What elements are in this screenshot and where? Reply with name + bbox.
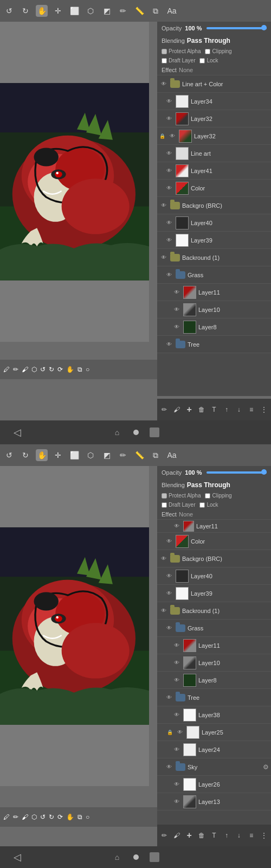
layer-group-line-art-color[interactable]: 👁 Line art + Color bbox=[157, 75, 271, 93]
lock-option[interactable]: Lock bbox=[199, 58, 218, 63]
layer-item-layer13[interactable]: 👁 Layer13 bbox=[157, 793, 271, 810]
visibility-icon[interactable]: 👁 bbox=[172, 711, 181, 719]
layer-item-layer32a[interactable]: 👁 Layer32 bbox=[157, 110, 271, 127]
visibility-icon[interactable]: 👁 bbox=[159, 554, 168, 563]
back-icon[interactable]: ◁ bbox=[11, 426, 24, 439]
hand-tool-icon[interactable]: ✋ bbox=[36, 5, 48, 17]
layer-group-grass-2[interactable]: 👁 Grass bbox=[157, 620, 271, 637]
layer-item-layer8-2[interactable]: 👁 Layer8 bbox=[157, 672, 271, 689]
pencil-icon-2[interactable]: ✏ bbox=[159, 829, 170, 841]
visibility-icon[interactable]: 👁 bbox=[165, 184, 173, 193]
layer-item-layer11[interactable]: 👁 Layer11 bbox=[157, 284, 271, 301]
brush3-icon[interactable]: 🖌 bbox=[22, 813, 28, 821]
visibility-icon[interactable]: 👁 bbox=[165, 624, 173, 633]
pencil-icon[interactable]: ✏ bbox=[159, 404, 170, 416]
layer-item-layer40-2[interactable]: 👁 Layer40 bbox=[157, 567, 271, 585]
layer-item-layer24[interactable]: 👁 Layer24 bbox=[157, 741, 271, 758]
layer-item-color[interactable]: 👁 Color bbox=[157, 180, 271, 197]
gradient-icon[interactable]: ◩ bbox=[101, 5, 113, 17]
pipette-icon-2[interactable]: ✏ bbox=[117, 449, 129, 461]
delete-layer-button[interactable]: 🗑 bbox=[197, 404, 207, 416]
visibility-icon[interactable]: 👁 bbox=[172, 659, 181, 667]
rect-icon-2[interactable]: ⬜ bbox=[68, 449, 80, 461]
add-layer-button[interactable]: + bbox=[184, 404, 195, 416]
clipping-option-2[interactable]: Clipping bbox=[205, 493, 231, 499]
visibility-icon[interactable]: 👁 bbox=[172, 676, 181, 685]
visibility-icon[interactable]: 👁 bbox=[172, 745, 181, 754]
draft-layer-option-2[interactable]: Draft Layer bbox=[162, 502, 195, 508]
visibility-icon[interactable]: 👁 bbox=[159, 201, 168, 210]
list-icon-2[interactable]: ≡ bbox=[246, 829, 256, 841]
pen-icon[interactable]: 🖊 bbox=[3, 366, 10, 373]
transform-icon-2[interactable]: ⧉ bbox=[150, 449, 162, 461]
layer-item-layer32b[interactable]: 🔒 👁 Layer32 bbox=[157, 127, 271, 145]
effect-value-2[interactable]: None bbox=[179, 511, 193, 518]
layer-item-layer38[interactable]: 👁 Layer38 bbox=[157, 706, 271, 724]
layer3-icon[interactable]: ⧉ bbox=[78, 813, 82, 821]
undo-icon-2[interactable]: ↺ bbox=[3, 449, 15, 461]
layer-group-backgro-brc-2[interactable]: 👁 Backgro (BRC) bbox=[157, 550, 271, 567]
circle2-icon[interactable]: ○ bbox=[86, 813, 89, 821]
visibility-icon[interactable]: 👁 bbox=[172, 522, 181, 531]
visibility-icon[interactable]: 👁 bbox=[165, 167, 173, 175]
layer-text-icon-2[interactable]: T bbox=[209, 829, 220, 841]
home-icon[interactable]: ⌂ bbox=[112, 427, 122, 438]
hand3-icon[interactable]: ✋ bbox=[66, 813, 74, 821]
move-icon-2[interactable]: ✛ bbox=[52, 449, 64, 461]
visibility-icon[interactable]: 👁 bbox=[165, 271, 173, 279]
hand2-icon[interactable]: ✋ bbox=[66, 366, 74, 373]
visibility-icon[interactable]: 👁 bbox=[168, 132, 177, 141]
brush-icon[interactable]: 🖌 bbox=[172, 404, 182, 416]
layer-item-lineart[interactable]: 👁 Line art bbox=[157, 145, 271, 162]
move-down-icon-2[interactable]: ↓ bbox=[234, 829, 244, 841]
visibility-icon[interactable]: 👁 bbox=[172, 797, 181, 806]
visibility-icon[interactable]: 👁 bbox=[165, 236, 173, 245]
layers-list-2[interactable]: 👁 Layer11 👁 Color 👁 Backgro (BRC) 👁 La bbox=[157, 520, 271, 826]
pencil2-icon[interactable]: ✏ bbox=[13, 366, 18, 373]
clipping-option[interactable]: Clipping bbox=[205, 48, 231, 54]
layer-item-layer8[interactable]: 👁 Layer8 bbox=[157, 318, 271, 336]
layer-item-layer11-2[interactable]: 👁 Layer11 bbox=[157, 520, 271, 533]
list-icon[interactable]: ≡ bbox=[246, 404, 256, 416]
ruler-icon[interactable]: 📏 bbox=[133, 5, 145, 17]
visibility-icon[interactable]: 👁 bbox=[165, 219, 173, 227]
visibility-icon[interactable]: 👁 bbox=[165, 589, 173, 598]
layer-item-layer10-2[interactable]: 👁 Layer10 bbox=[157, 654, 271, 672]
text-icon-2[interactable]: Aa bbox=[166, 449, 178, 461]
layer-item-layer26[interactable]: 👁 Layer26 bbox=[157, 776, 271, 793]
layer-item-layer41[interactable]: 👁 Layer41 bbox=[157, 162, 271, 180]
layer-item-layer39-2[interactable]: 👁 Layer39 bbox=[157, 585, 271, 602]
layer-group-grass[interactable]: 👁 Grass bbox=[157, 266, 271, 284]
pencil3-icon[interactable]: ✏ bbox=[13, 813, 18, 821]
layer-group-tree[interactable]: 👁 Tree bbox=[157, 336, 271, 353]
visibility-icon[interactable]: 👁 bbox=[165, 340, 173, 349]
layer-group-backround-1[interactable]: 👁 Backround (1) bbox=[157, 249, 271, 266]
select2-icon[interactable]: ⬡ bbox=[31, 813, 37, 821]
visibility-icon[interactable]: 👁 bbox=[165, 693, 173, 702]
visibility-icon[interactable]: 👁 bbox=[165, 537, 173, 546]
visibility-icon[interactable]: 👁 bbox=[165, 763, 173, 771]
visibility-icon[interactable]: 👁 bbox=[165, 114, 173, 123]
effect-value-1[interactable]: None bbox=[179, 67, 193, 73]
rotate2-icon[interactable]: ⟳ bbox=[57, 813, 63, 821]
layer-item-layer34[interactable]: 👁 Layer34 bbox=[157, 93, 271, 110]
back-icon-2[interactable]: ◁ bbox=[11, 851, 24, 864]
brush-icon-2[interactable]: 🖌 bbox=[172, 829, 182, 841]
visibility-icon[interactable]: 👁 bbox=[172, 305, 181, 314]
layer-item-layer40[interactable]: 👁 Layer40 bbox=[157, 214, 271, 232]
rect-icon[interactable]: ⬜ bbox=[68, 5, 80, 17]
opacity-slider-2[interactable] bbox=[207, 471, 267, 474]
circle-icon[interactable]: ○ bbox=[86, 366, 89, 373]
layer-item-color-2[interactable]: 👁 Color bbox=[157, 533, 271, 550]
blending-value-1[interactable]: Pass Through bbox=[187, 37, 230, 44]
ruler-icon-2[interactable]: 📏 bbox=[133, 449, 145, 461]
layer2-icon[interactable]: ⧉ bbox=[78, 366, 82, 373]
protect-alpha-option-2[interactable]: Protect Alpha bbox=[162, 493, 201, 499]
home-icon-2[interactable]: ⌂ bbox=[112, 852, 122, 863]
visibility-icon[interactable]: 👁 bbox=[165, 572, 173, 580]
layers-list-1[interactable]: 👁 Line art + Color 👁 Layer34 👁 Layer32 🔒… bbox=[157, 75, 271, 379]
visibility-icon[interactable]: 👁 bbox=[165, 149, 173, 158]
more-options-icon[interactable]: ⋮ bbox=[259, 404, 269, 416]
visibility-icon[interactable]: 👁 bbox=[165, 97, 173, 106]
lock-option-2[interactable]: Lock bbox=[199, 502, 218, 508]
